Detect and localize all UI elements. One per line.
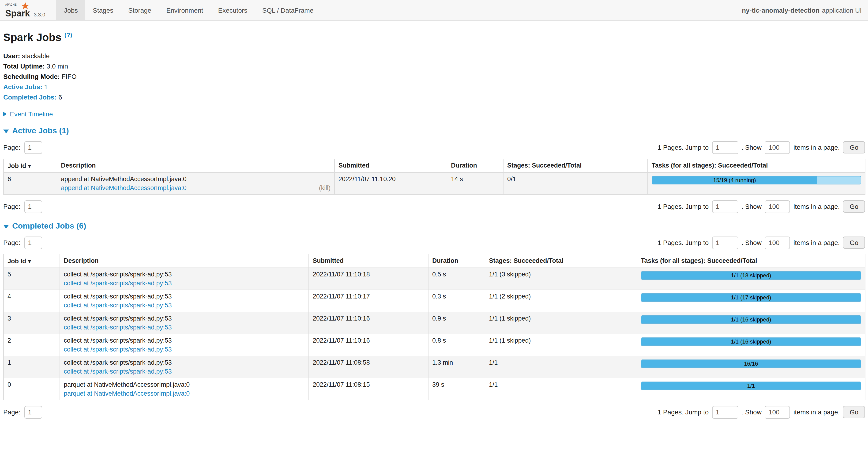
items-per-page-input[interactable]	[765, 236, 790, 249]
main-content: Spark Jobs (?) User: stackable Total Upt…	[0, 21, 868, 418]
event-timeline-label: Event Timeline	[10, 110, 53, 118]
completed-job-row: 4 collect at /spark-scripts/spark-ad.py:…	[3, 290, 865, 312]
page-number-input[interactable]	[24, 406, 42, 418]
tab-sql-dataframe[interactable]: SQL / DataFrame	[255, 0, 321, 20]
event-timeline-toggle[interactable]: Event Timeline	[3, 110, 865, 118]
go-button[interactable]: Go	[843, 200, 865, 212]
jump-to-input[interactable]	[712, 200, 738, 213]
description-cell: collect at /spark-scripts/spark-ad.py:53…	[60, 334, 309, 356]
tab-stages[interactable]: Stages	[85, 0, 121, 20]
expanded-arrow-icon	[3, 225, 9, 228]
tasks-cell: 1/1 (17 skipped)	[637, 290, 865, 312]
header-tasks[interactable]: Tasks (for all stages): Succeeded/Total	[637, 254, 865, 267]
header-submitted[interactable]: Submitted	[335, 159, 447, 172]
items-per-page-input[interactable]	[765, 200, 790, 213]
job-id-cell: 1	[3, 356, 60, 378]
application-suffix: application UI	[822, 6, 862, 14]
go-button[interactable]: Go	[843, 141, 865, 153]
spark-logo[interactable]: APACHE Spark 3.3.0	[4, 0, 49, 20]
submitted-cell: 2022/11/07 11:10:16	[309, 312, 428, 334]
jump-to-input[interactable]	[712, 406, 738, 418]
application-ui-label: ny-tlc-anomaly-detection application UI	[742, 0, 868, 20]
tasks-cell: 15/19 (4 running)	[648, 172, 865, 194]
completed-jobs-count: 6	[58, 94, 62, 101]
description-cell: append at NativeMethodAccessorImpl.java:…	[57, 172, 335, 194]
job-description-link[interactable]: collect at /spark-scripts/spark-ad.py:53	[64, 346, 172, 353]
job-id-cell: 4	[3, 290, 60, 312]
tab-storage[interactable]: Storage	[121, 0, 159, 20]
summary-block: User: stackable Total Uptime: 3.0 min Sc…	[3, 51, 865, 102]
uptime-label: Total Uptime:	[3, 62, 45, 70]
show-text: . Show	[741, 144, 762, 151]
table-header-row: Job Id ▾ Description Submitted Duration …	[3, 254, 865, 267]
header-tasks[interactable]: Tasks (for all stages): Succeeded/Total	[648, 159, 865, 172]
page-label: Page:	[3, 408, 21, 416]
job-description: collect at /spark-scripts/spark-ad.py:53	[64, 359, 305, 366]
tasks-cell: 1/1	[637, 378, 865, 400]
header-duration[interactable]: Duration	[428, 254, 485, 267]
completed-jobs-table: Job Id ▾ Description Submitted Duration …	[3, 254, 865, 400]
logo-apache-text: APACHE	[5, 3, 17, 6]
header-submitted[interactable]: Submitted	[309, 254, 428, 267]
items-per-page-input[interactable]	[765, 406, 790, 418]
stages-cell: 1/1 (2 skipped)	[485, 290, 637, 312]
description-cell: parquet at NativeMethodAccessorImpl.java…	[60, 378, 309, 400]
progress-label: 1/1 (16 skipped)	[731, 316, 771, 323]
user-value: stackable	[22, 52, 50, 59]
tab-executors[interactable]: Executors	[211, 0, 255, 20]
header-job-id[interactable]: Job Id ▾	[3, 254, 60, 267]
header-description[interactable]: Description	[60, 254, 309, 267]
header-description[interactable]: Description	[57, 159, 335, 172]
help-link[interactable]: (?)	[64, 31, 72, 38]
summary-active-jobs: Active Jobs: 1	[3, 83, 865, 91]
header-duration[interactable]: Duration	[447, 159, 503, 172]
go-button[interactable]: Go	[843, 236, 865, 249]
jump-to-input[interactable]	[712, 141, 738, 154]
header-job-id[interactable]: Job Id ▾	[3, 159, 57, 172]
job-id-cell: 3	[3, 312, 60, 334]
header-stages[interactable]: Stages: Succeeded/Total	[485, 254, 637, 267]
duration-cell: 14 s	[447, 172, 503, 194]
tab-environment[interactable]: Environment	[159, 0, 211, 20]
kill-job-link[interactable]: (kill)	[319, 184, 331, 191]
summary-user: User: stackable	[3, 51, 865, 60]
nav-tabs: Jobs Stages Storage Environment Executor…	[57, 0, 321, 20]
submitted-cell: 2022/11/07 11:10:20	[335, 172, 447, 194]
pagination-bar: Page: 1 Pages. Jump to . Show items in a…	[3, 406, 865, 418]
tasks-progress-bar: 1/1 (18 skipped)	[641, 271, 861, 280]
spark-star-icon	[22, 2, 29, 9]
page-number-input[interactable]	[24, 200, 42, 213]
stages-cell: 1/1 (1 skipped)	[485, 312, 637, 334]
application-name: ny-tlc-anomaly-detection	[742, 6, 819, 14]
active-jobs-section-toggle[interactable]: Active Jobs (1)	[3, 126, 865, 135]
items-text: items in a page.	[794, 144, 840, 151]
page-number-input[interactable]	[24, 236, 42, 249]
tasks-progress-bar: 1/1 (16 skipped)	[641, 315, 861, 323]
job-description: append at NativeMethodAccessorImpl.java:…	[61, 175, 331, 182]
items-text: items in a page.	[794, 408, 840, 416]
completed-jobs-section-toggle[interactable]: Completed Jobs (6)	[3, 221, 865, 231]
progress-label: 1/1 (18 skipped)	[731, 272, 771, 279]
job-description-link[interactable]: collect at /spark-scripts/spark-ad.py:53	[64, 368, 172, 375]
job-description-link[interactable]: parquet at NativeMethodAccessorImpl.java…	[64, 390, 190, 397]
completed-jobs-section-title: Completed Jobs (6)	[12, 221, 86, 231]
job-description-link[interactable]: append at NativeMethodAccessorImpl.java:…	[61, 184, 187, 191]
go-button[interactable]: Go	[843, 406, 865, 418]
stages-cell: 0/1	[503, 172, 648, 194]
job-description-link[interactable]: collect at /spark-scripts/spark-ad.py:53	[64, 280, 172, 286]
page-label: Page:	[3, 239, 21, 247]
summary-scheduling-mode: Scheduling Mode: FIFO	[3, 72, 865, 81]
job-description-link[interactable]: collect at /spark-scripts/spark-ad.py:53	[64, 302, 172, 309]
items-text: items in a page.	[794, 239, 840, 247]
header-stages[interactable]: Stages: Succeeded/Total	[503, 159, 648, 172]
page-number-input[interactable]	[24, 141, 42, 154]
completed-jobs-link[interactable]: Completed Jobs:	[3, 94, 57, 101]
jump-to-input[interactable]	[712, 236, 738, 249]
items-per-page-input[interactable]	[765, 141, 790, 154]
active-jobs-link[interactable]: Active Jobs:	[3, 83, 42, 91]
submitted-cell: 2022/11/07 11:10:17	[309, 290, 428, 312]
job-description-link[interactable]: collect at /spark-scripts/spark-ad.py:53	[64, 323, 172, 331]
progress-label: 1/1 (17 skipped)	[731, 294, 771, 301]
tab-jobs[interactable]: Jobs	[57, 0, 85, 20]
tasks-progress-bar: 1/1 (17 skipped)	[641, 293, 861, 302]
